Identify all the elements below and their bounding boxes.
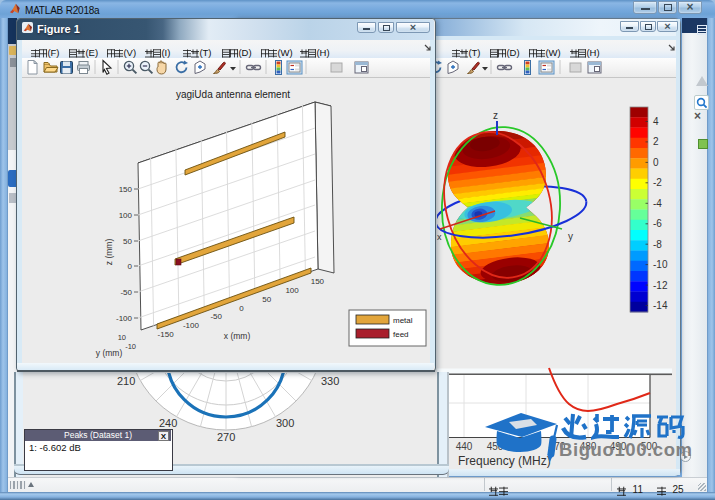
- svg-text:-2: -2: [653, 177, 662, 188]
- svg-text:-12: -12: [653, 280, 668, 291]
- svg-text:-100: -100: [183, 321, 200, 330]
- svg-text:x: x: [437, 232, 442, 242]
- svg-text:-10: -10: [653, 259, 668, 270]
- svg-text:50: 50: [262, 295, 271, 304]
- svg-text:0: 0: [128, 262, 133, 271]
- svg-text:-50: -50: [210, 312, 222, 321]
- svg-text:-150: -150: [158, 330, 175, 339]
- svg-text:yagiUda antenna element: yagiUda antenna element: [176, 89, 290, 100]
- svg-text:feed: feed: [393, 330, 409, 339]
- svg-text:0: 0: [653, 157, 659, 168]
- svg-text:-10: -10: [125, 342, 136, 351]
- svg-text:-4: -4: [653, 198, 662, 209]
- svg-text:10: 10: [118, 333, 126, 342]
- svg-text:4: 4: [653, 116, 659, 127]
- svg-text:y: y: [568, 231, 573, 242]
- svg-text:-6: -6: [653, 218, 662, 229]
- svg-text:x (mm): x (mm): [224, 331, 251, 341]
- svg-text:z: z: [493, 110, 498, 121]
- svg-text:z (mm): z (mm): [104, 239, 114, 266]
- svg-text:-14: -14: [653, 300, 668, 311]
- svg-text:y (mm): y (mm): [96, 348, 123, 358]
- svg-text:2: 2: [653, 136, 659, 147]
- svg-text:100: 100: [285, 286, 299, 295]
- svg-text:metal: metal: [393, 316, 413, 325]
- svg-text:150: 150: [119, 185, 133, 194]
- svg-text:440: 440: [456, 441, 473, 452]
- svg-text:-50: -50: [120, 288, 132, 297]
- svg-text:0: 0: [239, 304, 244, 313]
- svg-text:150: 150: [311, 277, 325, 286]
- svg-text:-100: -100: [116, 314, 133, 323]
- svg-text:100: 100: [119, 211, 133, 220]
- svg-text:50: 50: [123, 237, 132, 246]
- svg-text:-8: -8: [653, 239, 662, 250]
